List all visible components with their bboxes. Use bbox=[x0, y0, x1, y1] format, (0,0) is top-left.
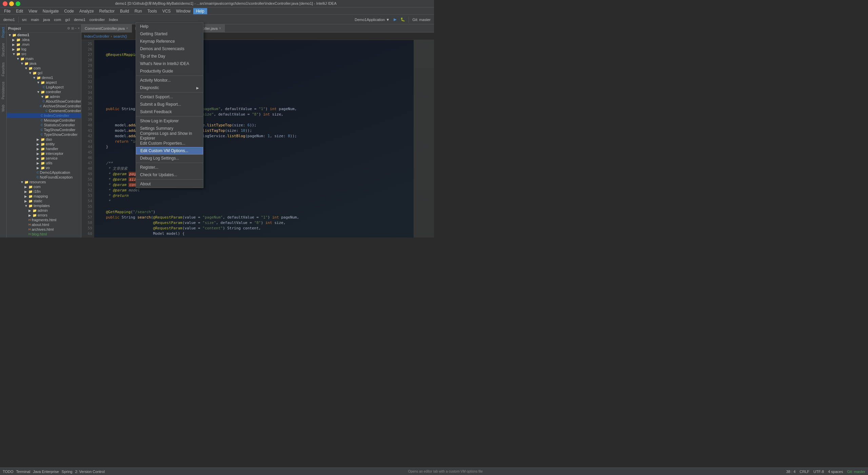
tree-index-controller[interactable]: C IndexController bbox=[7, 113, 81, 118]
menu-build[interactable]: Build bbox=[117, 8, 132, 14]
toolbar-java-dir[interactable]: java bbox=[42, 17, 51, 22]
tree-archive[interactable]: C ArchiveShowController bbox=[7, 104, 81, 108]
tree-index-html[interactable]: H index.html bbox=[7, 236, 81, 238]
tree-idea[interactable]: ▶ 📁 .idea bbox=[7, 37, 81, 42]
tree-typeshow[interactable]: C TypeShowController bbox=[7, 132, 81, 137]
git-label[interactable]: Git: master bbox=[411, 17, 432, 22]
tree-comment[interactable]: C CommentController bbox=[7, 108, 81, 113]
menu-help-help[interactable]: Help bbox=[136, 23, 203, 30]
window-controls[interactable] bbox=[3, 1, 20, 6]
persistence-icon[interactable]: Persistence bbox=[1, 82, 5, 99]
debug-button[interactable]: 🐛 bbox=[399, 17, 407, 22]
breadcrumb-method[interactable]: search() bbox=[113, 34, 127, 38]
favorites-icon[interactable]: Favorites bbox=[1, 62, 5, 76]
menu-code[interactable]: Code bbox=[61, 8, 77, 14]
tree-src[interactable]: ▼ 📁 src bbox=[7, 51, 81, 56]
menu-demos[interactable]: Demos and Screencasts bbox=[136, 45, 203, 53]
tree-admin-tpl[interactable]: ▶ 📁 admin bbox=[7, 208, 81, 213]
toolbar-controller[interactable]: controller bbox=[88, 17, 106, 22]
toolbar-main[interactable]: main bbox=[29, 17, 40, 22]
toolbar-com[interactable]: com bbox=[53, 17, 62, 22]
structure-icon[interactable]: Structure bbox=[1, 43, 5, 57]
tab-close-comment[interactable]: × bbox=[126, 26, 128, 30]
tree-gcl[interactable]: ▼ 📁 gcl bbox=[7, 70, 81, 75]
menu-run[interactable]: Run bbox=[132, 8, 145, 14]
menu-register[interactable]: Register... bbox=[136, 164, 203, 171]
tree-message[interactable]: C MessageController bbox=[7, 118, 81, 123]
tree-handler[interactable]: ▶ 📁 handler bbox=[7, 146, 81, 151]
menu-tools[interactable]: Tools bbox=[145, 8, 160, 14]
menu-analyze[interactable]: Analyze bbox=[77, 8, 97, 14]
tree-archives-html[interactable]: H archives.html bbox=[7, 227, 81, 232]
menu-submit-bug[interactable]: Submit a Bug Report... bbox=[136, 101, 203, 108]
menu-navigate[interactable]: Navigate bbox=[40, 8, 61, 14]
toolbar-indexcontroller[interactable]: Index bbox=[107, 17, 119, 22]
menu-file[interactable]: File bbox=[1, 8, 13, 14]
run-button[interactable]: ▶ bbox=[392, 17, 398, 22]
tab-close-message[interactable]: × bbox=[219, 26, 221, 30]
menu-submit-feedback[interactable]: Submit Feedback bbox=[136, 108, 203, 116]
tree-fragments[interactable]: H fragments.html bbox=[7, 218, 81, 222]
tree-aspect[interactable]: ▼ 📁 aspect bbox=[7, 80, 81, 85]
tree-entity[interactable]: ▶ 📁 entity bbox=[7, 142, 81, 146]
menu-edit-custom-props[interactable]: Edit Custom Properties... bbox=[136, 140, 203, 147]
tree-dao[interactable]: ▶ 📁 dao bbox=[7, 137, 81, 142]
menu-show-log-explorer[interactable]: Show Log in Explorer bbox=[136, 117, 203, 125]
web-icon[interactable]: Web bbox=[1, 105, 5, 111]
menu-contact-support[interactable]: Contact Support... bbox=[136, 93, 203, 101]
tree-notfound[interactable]: C NotFoundException bbox=[7, 175, 81, 180]
tree-vo[interactable]: ▶ 📁 vo bbox=[7, 165, 81, 170]
minimize-button[interactable] bbox=[9, 1, 14, 6]
tree-mvn[interactable]: ▶ 📁 .mvn bbox=[7, 42, 81, 47]
menu-edit-custom-vm[interactable]: Edit Custom VM Options... bbox=[136, 147, 203, 154]
menu-edit[interactable]: Edit bbox=[13, 8, 26, 14]
menu-tip-of-day[interactable]: Tip of the Day bbox=[136, 53, 203, 60]
project-icon[interactable]: Project bbox=[1, 27, 5, 38]
close-button[interactable] bbox=[3, 1, 7, 6]
menu-about[interactable]: About bbox=[136, 180, 203, 188]
tree-tagshow[interactable]: C TagShowController bbox=[7, 127, 81, 132]
tab-commentcontroller[interactable]: CommentController.java × bbox=[81, 24, 132, 33]
tree-utils[interactable]: ▶ 📁 utils bbox=[7, 161, 81, 165]
menu-help[interactable]: Help bbox=[193, 8, 207, 14]
run-config-dropdown[interactable]: Demo1Application ▼ bbox=[353, 17, 391, 22]
sidebar-settings[interactable]: ⚙ ⊞ − × bbox=[67, 26, 80, 30]
toolbar-project[interactable]: demo1 bbox=[2, 17, 16, 22]
tree-blog-html[interactable]: H blog.html bbox=[7, 232, 81, 236]
tree-demo1-root[interactable]: ▼ 📁 demo1 bbox=[7, 33, 81, 37]
menu-productivity-guide[interactable]: Productivity Guide bbox=[136, 67, 203, 75]
toolbar-demo1[interactable]: demo1 bbox=[73, 17, 87, 22]
tree-mapping[interactable]: ▶ 📁 mapping bbox=[7, 194, 81, 199]
tree-service[interactable]: ▶ 📁 service bbox=[7, 156, 81, 161]
menu-whats-new[interactable]: What's New in IntelliJ IDEA bbox=[136, 60, 203, 67]
toolbar-src[interactable]: src bbox=[21, 17, 28, 22]
menu-view[interactable]: View bbox=[26, 8, 40, 14]
breadcrumb-class[interactable]: IndexController bbox=[84, 34, 110, 38]
maximize-button[interactable] bbox=[16, 1, 20, 6]
tree-static[interactable]: ▶ 📁 static bbox=[7, 199, 81, 203]
tree-templates[interactable]: ▼ 📁 templates bbox=[7, 203, 81, 208]
menu-compress-logs[interactable]: Compress Logs and Show in Explorer bbox=[136, 132, 203, 140]
menu-refactor[interactable]: Refactor bbox=[97, 8, 117, 14]
tree-main[interactable]: ▼ 📁 main bbox=[7, 56, 81, 61]
tree-java[interactable]: ▼ 📁 java bbox=[7, 61, 81, 66]
tree-logaspect[interactable]: C LogAspect bbox=[7, 85, 81, 89]
menu-diagnostic[interactable]: Diagnostic ▶ bbox=[136, 84, 203, 91]
menu-window[interactable]: Window bbox=[173, 8, 193, 14]
tree-resources[interactable]: ▼ 📁 resources bbox=[7, 180, 81, 184]
tree-com-res[interactable]: ▶ 📁 com bbox=[7, 184, 81, 189]
tree-log[interactable]: ▶ 📁 log bbox=[7, 47, 81, 51]
tree-errors[interactable]: ▶ 📁 errors bbox=[7, 213, 81, 218]
menu-keymap-ref[interactable]: Keymap Reference bbox=[136, 38, 203, 45]
tree-demo1-pkg[interactable]: ▼ 📁 demo1 bbox=[7, 75, 81, 80]
tree-statistics[interactable]: C StatisticsController bbox=[7, 123, 81, 127]
menu-getting-started[interactable]: Getting Started bbox=[136, 30, 203, 38]
menu-check-updates[interactable]: Check for Updates... bbox=[136, 171, 203, 179]
menu-activity-monitor[interactable]: Activity Monitor... bbox=[136, 77, 203, 84]
tree-about-html[interactable]: H about.html bbox=[7, 222, 81, 227]
toolbar-gcl[interactable]: gcl bbox=[64, 17, 71, 22]
tree-about[interactable]: C AboutShowController bbox=[7, 99, 81, 104]
code-editor[interactable]: 2526272829 3031323334 3536373839 4041424… bbox=[81, 40, 434, 238]
tree-interceptor[interactable]: ▶ 📁 interceptor bbox=[7, 151, 81, 156]
tree-controller[interactable]: ▼ 📁 controller bbox=[7, 89, 81, 94]
